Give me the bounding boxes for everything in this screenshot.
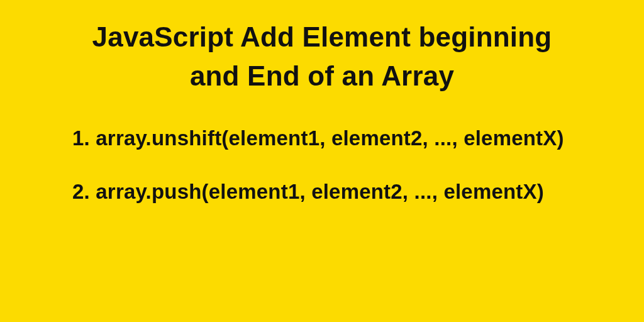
method-list: 1. array.unshift(element1, element2, ...… xyxy=(0,125,644,206)
list-item: 1. array.unshift(element1, element2, ...… xyxy=(72,125,644,152)
title-line-2: and End of an Array xyxy=(190,60,454,91)
title-line-1: JavaScript Add Element beginning xyxy=(92,21,552,52)
page-title: JavaScript Add Element beginning and End… xyxy=(0,18,644,95)
list-item: 2. array.push(element1, element2, ..., e… xyxy=(72,179,644,206)
